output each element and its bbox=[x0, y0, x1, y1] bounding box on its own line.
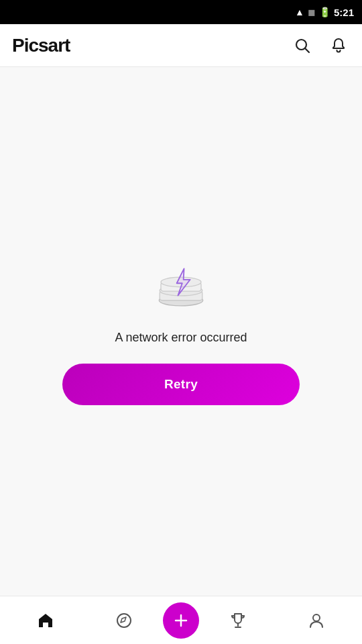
plus-icon bbox=[172, 611, 190, 630]
battery-icon: 🔋 bbox=[319, 7, 330, 17]
nav-create[interactable] bbox=[163, 602, 199, 639]
home-icon bbox=[36, 611, 55, 630]
bell-icon bbox=[330, 37, 347, 54]
header: Picsart bbox=[0, 24, 362, 67]
app-logo: Picsart bbox=[12, 35, 70, 56]
svg-marker-10 bbox=[121, 617, 126, 623]
profile-icon bbox=[307, 611, 326, 630]
signal-icon: ◼ bbox=[308, 7, 316, 17]
nav-home[interactable] bbox=[7, 596, 85, 644]
nav-challenges[interactable] bbox=[199, 596, 278, 644]
svg-point-9 bbox=[117, 614, 131, 627]
svg-line-1 bbox=[305, 48, 309, 52]
status-bar: ▲ ◼ 🔋 5:21 bbox=[0, 0, 362, 24]
wifi-icon: ▲ bbox=[295, 7, 304, 17]
retry-button[interactable]: Retry bbox=[62, 364, 300, 405]
search-button[interactable] bbox=[291, 34, 314, 57]
search-icon bbox=[294, 37, 311, 54]
nav-explore[interactable] bbox=[85, 596, 164, 644]
error-message: A network error occurred bbox=[115, 331, 247, 345]
trophy-icon bbox=[229, 611, 247, 630]
error-illustration bbox=[147, 258, 215, 312]
compass-icon bbox=[115, 611, 133, 630]
main-content: A network error occurred Retry bbox=[0, 67, 362, 596]
svg-point-15 bbox=[313, 614, 320, 621]
header-actions bbox=[291, 34, 350, 57]
bottom-nav bbox=[0, 596, 362, 644]
network-error-icon bbox=[147, 255, 215, 315]
status-icons: ▲ ◼ 🔋 5:21 bbox=[295, 7, 354, 18]
notifications-button[interactable] bbox=[327, 34, 350, 57]
nav-profile[interactable] bbox=[278, 596, 356, 644]
status-time: 5:21 bbox=[334, 7, 354, 18]
